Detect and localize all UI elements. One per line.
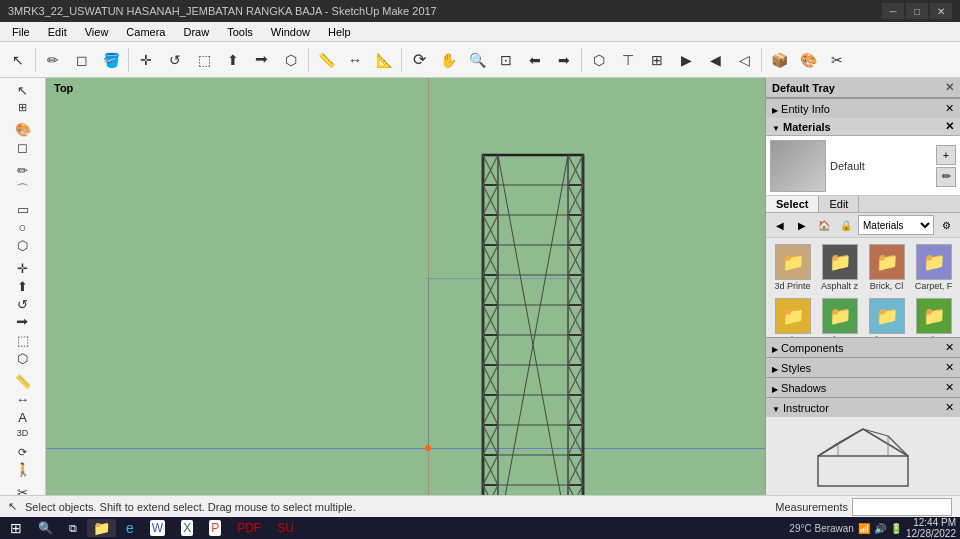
move-tool-btn[interactable]: ✛ <box>132 46 160 74</box>
section-cut-tool[interactable]: ✂ <box>5 484 41 495</box>
prev-view-btn[interactable]: ⬅ <box>521 46 549 74</box>
materials-close-btn[interactable]: ✕ <box>945 120 954 133</box>
mat-3dprinter[interactable]: 📁 3d Printe <box>770 242 815 294</box>
zoom-btn[interactable]: 🔍 <box>463 46 491 74</box>
mat-landscap[interactable]: 📁 Landscap <box>911 296 956 337</box>
paint-bucket-tool[interactable]: 🎨 <box>5 121 41 138</box>
materials-header[interactable]: ▼ Materials ✕ <box>766 118 960 136</box>
viewport[interactable]: Top <box>46 78 765 495</box>
left-view-btn[interactable]: ◁ <box>730 46 758 74</box>
rectangle-tool[interactable]: ▭ <box>5 201 41 218</box>
mat-select-tab[interactable]: Select <box>766 196 819 212</box>
mat-nav-back-btn[interactable]: ◀ <box>770 215 790 235</box>
maximize-button[interactable]: □ <box>906 3 928 19</box>
mat-nav-fwd-btn[interactable]: ▶ <box>792 215 812 235</box>
entity-info-close-btn[interactable]: ✕ <box>945 102 954 115</box>
walkaround-lt-tool[interactable]: 🚶 <box>5 461 41 478</box>
mat-home-btn[interactable]: 🏠 <box>814 215 834 235</box>
taskbar-explorer-btn[interactable]: 📁 <box>87 519 116 537</box>
orbit-lt-tool[interactable]: ⟳ <box>5 445 41 460</box>
rotate-lt-tool[interactable]: ↺ <box>5 296 41 313</box>
start-btn[interactable]: ⊞ <box>4 519 28 537</box>
rotate-tool-btn[interactable]: ↺ <box>161 46 189 74</box>
taskbar-edge-btn[interactable]: e <box>120 519 140 537</box>
eraser-tool-btn[interactable]: ◻ <box>68 46 96 74</box>
shadows-header[interactable]: ▶ Shadows ✕ <box>766 378 960 397</box>
menu-view[interactable]: View <box>77 24 117 40</box>
back-view-btn[interactable]: ◀ <box>701 46 729 74</box>
pencil-draw-tool[interactable]: ✏ <box>5 162 41 179</box>
offset-tool-btn[interactable]: ⬡ <box>277 46 305 74</box>
arc-tool[interactable]: ⌒ <box>5 180 41 200</box>
mat-edit-btn[interactable]: ✏ <box>936 167 956 187</box>
dimension-lt-tool[interactable]: ↔ <box>5 391 41 408</box>
offset-lt-tool[interactable]: ⬡ <box>5 350 41 367</box>
taskbar-excel-btn[interactable]: X <box>175 519 199 537</box>
zoom-ext-btn[interactable]: ⊡ <box>492 46 520 74</box>
orbit-btn[interactable]: ⟳ <box>405 46 433 74</box>
polygon-tool[interactable]: ⬡ <box>5 237 41 254</box>
mat-brick[interactable]: 📁 Brick, Cl <box>864 242 909 294</box>
protractor-tool-btn[interactable]: 📐 <box>370 46 398 74</box>
move-lt-tool[interactable]: ✛ <box>5 260 41 277</box>
styles-close-btn[interactable]: ✕ <box>945 361 954 374</box>
menu-tools[interactable]: Tools <box>219 24 261 40</box>
3dtext-lt-tool[interactable]: 3D <box>5 427 41 439</box>
pushpull-lt-tool[interactable]: ⬆ <box>5 278 41 295</box>
followme-lt-tool[interactable]: ⮕ <box>5 314 41 331</box>
material-category-dropdown[interactable]: Materials <box>858 215 934 235</box>
mat-create-btn[interactable]: + <box>936 145 956 165</box>
pencil-tool-btn[interactable]: ✏ <box>39 46 67 74</box>
eraser-tool[interactable]: ◻ <box>5 139 41 156</box>
tape-tool-btn[interactable]: 📏 <box>312 46 340 74</box>
taskview-btn[interactable]: ⧉ <box>63 519 83 537</box>
paint-tool-btn[interactable]: 🪣 <box>97 46 125 74</box>
taskbar-sketchup-btn[interactable]: SU <box>271 519 300 537</box>
components-header[interactable]: ▶ Components ✕ <box>766 338 960 357</box>
pan-btn[interactable]: ✋ <box>434 46 462 74</box>
mat-lock-btn[interactable]: 🔒 <box>836 215 856 235</box>
iso-view-btn[interactable]: ⬡ <box>585 46 613 74</box>
menu-draw[interactable]: Draw <box>175 24 217 40</box>
close-button[interactable]: ✕ <box>930 3 952 19</box>
measurements-input[interactable] <box>852 498 952 516</box>
component-btn[interactable]: 📦 <box>765 46 793 74</box>
mat-asphalt[interactable]: 📁 Asphalt z <box>817 242 862 294</box>
component-tool[interactable]: ⊞ <box>5 100 41 115</box>
mat-carpet[interactable]: 📁 Carpet, F <box>911 242 956 294</box>
menu-camera[interactable]: Camera <box>118 24 173 40</box>
menu-window[interactable]: Window <box>263 24 318 40</box>
minimize-button[interactable]: ─ <box>882 3 904 19</box>
styles-header[interactable]: ▶ Styles ✕ <box>766 358 960 377</box>
scale-lt-tool[interactable]: ⬚ <box>5 332 41 349</box>
text-lt-tool[interactable]: A <box>5 409 41 426</box>
entity-info-header[interactable]: ▶ Entity Info ✕ <box>766 99 960 118</box>
select-tool-btn[interactable]: ↖ <box>4 46 32 74</box>
dimension-tool-btn[interactable]: ↔ <box>341 46 369 74</box>
top-view-btn[interactable]: ⊤ <box>614 46 642 74</box>
search-btn[interactable]: 🔍 <box>32 519 59 537</box>
tray-close-btn[interactable]: ✕ <box>945 81 954 94</box>
followme-tool-btn[interactable]: ⮕ <box>248 46 276 74</box>
mat-colors[interactable]: 📁 Colors <box>770 296 815 337</box>
mat-colors-n[interactable]: 📁 Colors-N <box>817 296 862 337</box>
taskbar-pdf-btn[interactable]: PDF <box>231 519 267 537</box>
pushpull-tool-btn[interactable]: ⬆ <box>219 46 247 74</box>
scale-tool-btn[interactable]: ⬚ <box>190 46 218 74</box>
instructor-close-btn[interactable]: ✕ <box>945 401 954 414</box>
menu-help[interactable]: Help <box>320 24 359 40</box>
menu-edit[interactable]: Edit <box>40 24 75 40</box>
paint-bucket-btn[interactable]: 🎨 <box>794 46 822 74</box>
instructor-header[interactable]: ▼ Instructor ✕ <box>766 398 960 417</box>
taskbar-word-btn[interactable]: W <box>144 519 171 537</box>
menu-file[interactable]: File <box>4 24 38 40</box>
mat-glass[interactable]: 📁 Glass an <box>864 296 909 337</box>
circle-tool[interactable]: ○ <box>5 219 41 236</box>
front-view-btn[interactable]: ⊞ <box>643 46 671 74</box>
next-view-btn[interactable]: ➡ <box>550 46 578 74</box>
mat-edit-tab[interactable]: Edit <box>819 196 859 212</box>
shadows-close-btn[interactable]: ✕ <box>945 381 954 394</box>
right-view-btn[interactable]: ▶ <box>672 46 700 74</box>
components-close-btn[interactable]: ✕ <box>945 341 954 354</box>
section-plane-btn[interactable]: ✂ <box>823 46 851 74</box>
